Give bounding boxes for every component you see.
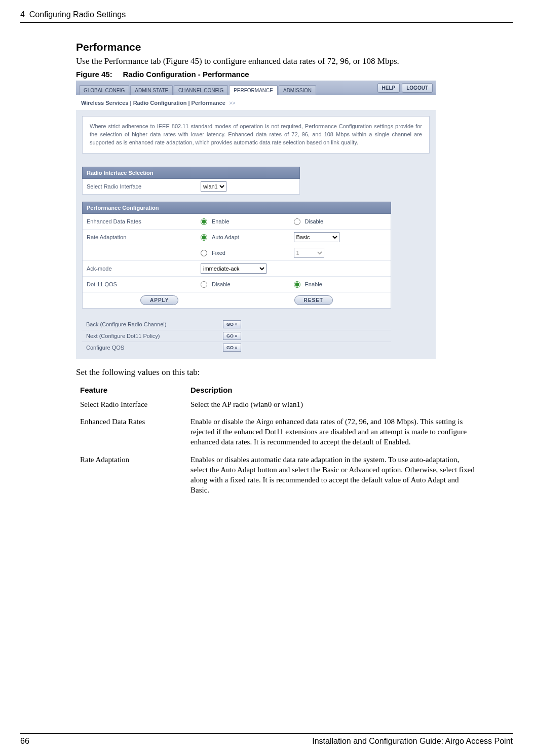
fixed-label: Fixed xyxy=(212,250,225,256)
nav-next-go-button[interactable]: GO » xyxy=(223,332,241,340)
info-box: Where strict adherence to IEEE 802.11 st… xyxy=(82,116,430,154)
ack-mode-dropdown[interactable]: immediate-ack xyxy=(201,263,266,274)
auto-adapt-radio[interactable] xyxy=(201,234,207,241)
tab-admin-state[interactable]: ADMIN STATE xyxy=(130,85,173,95)
screenshot-figure: GLOBAL CONFIG ADMIN STATE CHANNEL CONFIG… xyxy=(76,81,436,359)
qos-disable-label: Disable xyxy=(212,281,231,287)
tab-channel-config[interactable]: CHANNEL CONFIG xyxy=(174,85,228,95)
section-title: Performance xyxy=(76,41,513,53)
table-row: Select Radio Interface Select the AP rad… xyxy=(76,397,481,414)
tab-admission[interactable]: ADMISSION xyxy=(279,85,316,95)
figure-caption-label: Figure 45: xyxy=(76,70,112,79)
qos-enable-radio[interactable] xyxy=(294,281,300,288)
fixed-dropdown[interactable]: 1 xyxy=(294,248,324,258)
chapter-title: Configuring Radio Settings xyxy=(29,10,126,19)
table-row: Enhanced Data Rates Enable or disable th… xyxy=(76,414,481,452)
select-radio-interface-label: Select Radio Interface xyxy=(87,183,201,190)
page-header: 4 Configuring Radio Settings xyxy=(20,10,513,23)
feature-cell: Enhanced Data Rates xyxy=(76,414,186,452)
breadcrumb: Wireless Services | Radio Configuration … xyxy=(76,95,436,110)
breadcrumb-text: Wireless Services | Radio Configuration … xyxy=(81,100,225,106)
intro-text: Use the Performance tab (Figure 45) to c… xyxy=(76,55,513,67)
qos-disable-radio[interactable] xyxy=(201,281,207,288)
rate-adaptation-label: Rate Adaptation xyxy=(87,234,201,240)
radio-interface-panel-header: Radio Interface Selection xyxy=(82,167,300,179)
book-title: Installation and Configuration Guide: Ai… xyxy=(312,737,513,746)
enable-label: Enable xyxy=(212,218,229,224)
enhanced-enable-radio[interactable] xyxy=(201,218,207,225)
apply-button[interactable]: APPLY xyxy=(140,295,178,305)
nav-next-label: Next (Configure Dot11 Policy) xyxy=(86,333,223,339)
auto-adapt-dropdown[interactable]: Basic xyxy=(294,232,339,242)
feature-cell: Select Radio Interface xyxy=(76,397,186,414)
tab-performance[interactable]: PERFORMANCE xyxy=(229,85,278,95)
description-cell: Enable or disable the Airgo enhanced dat… xyxy=(186,414,481,452)
nav-qos-label: Configure QOS xyxy=(86,345,223,351)
top-bar: GLOBAL CONFIG ADMIN STATE CHANNEL CONFIG… xyxy=(76,81,436,95)
reset-button[interactable]: RESET xyxy=(294,295,333,305)
figure-caption-text: Radio Configuration - Performance xyxy=(123,70,249,79)
col-feature-header: Feature xyxy=(76,384,186,397)
performance-config-panel-header: Performance Configuration xyxy=(82,202,391,214)
nav-qos-go-button[interactable]: GO » xyxy=(223,344,241,352)
ack-mode-label: Ack-mode xyxy=(87,266,201,272)
description-cell: Select the AP radio (wlan0 or wlan1) xyxy=(186,397,481,414)
page-number: 66 xyxy=(20,737,29,746)
dot11-qos-label: Dot 11 QOS xyxy=(87,281,201,287)
breadcrumb-arrow-icon: >> xyxy=(229,100,236,106)
tabs: GLOBAL CONFIG ADMIN STATE CHANNEL CONFIG… xyxy=(79,85,316,95)
select-radio-interface-dropdown[interactable]: wlan1 xyxy=(201,181,226,192)
col-description-header: Description xyxy=(186,384,481,397)
figure-caption: Figure 45: Radio Configuration - Perform… xyxy=(76,70,513,79)
nav-back-go-button[interactable]: GO » xyxy=(223,320,241,328)
nav-back-label: Back (Configure Radio Channel) xyxy=(86,321,223,327)
instruction-text: Set the following values on this tab: xyxy=(76,366,513,378)
disable-label: Disable xyxy=(305,218,324,224)
help-button[interactable]: HELP xyxy=(377,83,400,93)
enhanced-data-rates-label: Enhanced Data Rates xyxy=(87,218,201,224)
enhanced-disable-radio[interactable] xyxy=(294,218,300,225)
qos-enable-label: Enable xyxy=(305,281,322,287)
page-footer: 66 Installation and Configuration Guide:… xyxy=(20,733,513,746)
tab-global-config[interactable]: GLOBAL CONFIG xyxy=(79,85,129,95)
description-cell: Enables or disables automatic data rate … xyxy=(186,452,481,501)
auto-adapt-label: Auto Adapt xyxy=(212,234,239,240)
feature-table: Feature Description Select Radio Interfa… xyxy=(76,384,481,501)
table-row: Rate Adaptation Enables or disables auto… xyxy=(76,452,481,501)
logout-button[interactable]: LOGOUT xyxy=(402,83,433,93)
feature-cell: Rate Adaptation xyxy=(76,452,186,501)
chapter-number: 4 xyxy=(20,10,25,19)
fixed-radio[interactable] xyxy=(201,250,207,256)
